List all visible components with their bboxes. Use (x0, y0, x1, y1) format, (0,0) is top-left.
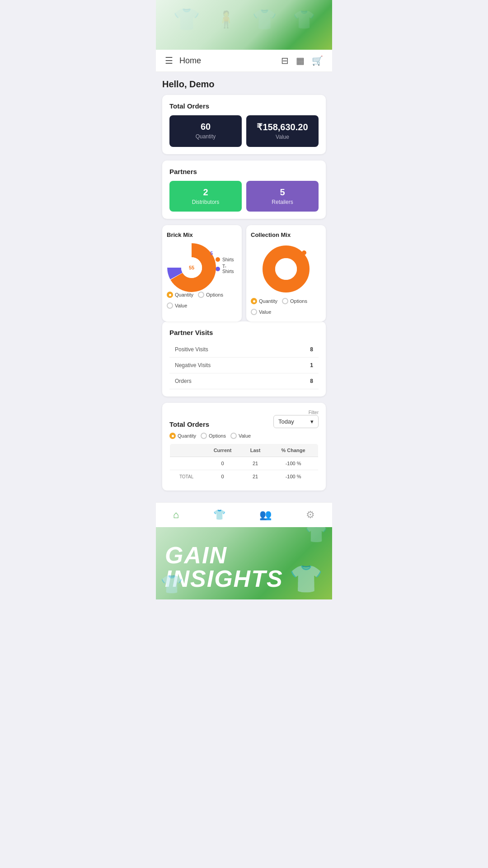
footer-shirt-top-icon: 👕 (305, 527, 328, 544)
distributors-box[interactable]: 2 Distributors (169, 181, 242, 212)
chevron-down-icon: ▾ (310, 418, 314, 425)
orders-options-radio[interactable]: Options (201, 433, 226, 439)
orders-quantity-label: Quantity (178, 433, 196, 439)
positive-visits-label: Positive Visits (169, 342, 284, 358)
footer-shirt-left-icon: 👕 (160, 574, 183, 595)
footer-shirt-right-icon: 👕 (289, 563, 323, 595)
header-shirt-icon-2: 👕 (252, 8, 277, 31)
partner-visits-title: Partner Visits (169, 329, 319, 336)
brick-mix-quantity-circle (167, 292, 173, 298)
main-content: Hello, Demo Total Orders 60 Quantity ₹15… (156, 72, 332, 502)
negative-visits-label: Negative Visits (169, 358, 284, 373)
brick-mix-card: Brick Mix 55 5 (162, 225, 242, 321)
top-header: 👕 🧍 👕 👕 (156, 0, 332, 50)
partners-row: 2 Distributors 5 Retailers (169, 181, 319, 212)
distributors-count: 2 (174, 187, 237, 198)
value-stat-box: ₹158,630.20 Value (246, 115, 319, 147)
shirts-legend: Shirts (216, 257, 237, 262)
brick-mix-options-radio[interactable]: Options (198, 292, 223, 298)
collection-mix-options-label: Options (290, 298, 307, 304)
collection-mix-value-label: Value (259, 309, 271, 315)
brick-mix-quantity-radio[interactable]: Quantity (167, 292, 193, 298)
row-total-label: TOTAL (170, 470, 203, 483)
orders-quantity-circle (169, 433, 176, 439)
page-title: Home (179, 56, 201, 66)
collection-mix-quantity-label: Quantity (259, 298, 277, 304)
brick-mix-donut-svg: 55 (167, 243, 216, 292)
value-label: Value (276, 134, 289, 140)
positive-visits-value: 8 (284, 342, 319, 358)
retailers-label: Retailers (251, 199, 314, 205)
order-value: ₹158,630.20 (251, 122, 314, 132)
orders-options-label: Options (209, 433, 226, 439)
greeting: Hello, Demo (162, 79, 326, 90)
quantity-stat-box: 60 Quantity (169, 115, 242, 147)
bottom-footer: 👕 👕 GAIN INSIGHTS 👕 (156, 527, 332, 599)
retailers-count: 5 (251, 187, 314, 198)
brick-mix-value-label: Value (175, 303, 187, 308)
brick-mix-legend: Shirts T-Shirts (216, 257, 237, 274)
cart-icon[interactable]: 🛒 (312, 55, 323, 66)
retailers-box[interactable]: 5 Retailers (246, 181, 319, 212)
collection-mix-options-radio[interactable]: Options (282, 298, 307, 304)
brick-mix-options-circle (198, 292, 204, 298)
nav-settings[interactable]: ⚙ (306, 509, 315, 521)
nav-partners[interactable]: 👥 (259, 509, 272, 521)
orders-value: 8 (284, 373, 319, 389)
mix-row: Brick Mix 55 5 (162, 225, 326, 321)
bottom-nav: ⌂ 👕 👥 ⚙ (156, 502, 332, 527)
calendar-icon[interactable]: ▦ (296, 55, 305, 66)
brick-mix-quantity-label: Quantity (175, 292, 193, 297)
total-orders-title: Total Orders (169, 102, 319, 110)
table-row-total: TOTAL 0 21 -100 % (170, 470, 319, 483)
filter-select[interactable]: Today ▾ (273, 415, 319, 428)
collection-mix-value-circle (251, 309, 257, 315)
brick-mix-title: Brick Mix (167, 231, 237, 238)
collection-mix-quantity-circle (251, 298, 257, 304)
tshirts-legend: T-Shirts (216, 264, 237, 274)
quantity-value: 60 (174, 122, 237, 132)
col-last: Last (242, 444, 268, 457)
orders-value-label: Value (239, 433, 251, 439)
filter-row: Total Orders Filter Today ▾ (169, 410, 319, 428)
nav-products[interactable]: 👕 (213, 509, 225, 521)
orders-label: Orders (169, 373, 284, 389)
filter-icon[interactable]: ⊟ (281, 55, 289, 66)
partners-icon: 👥 (259, 509, 272, 521)
row-total-last: 21 (242, 470, 268, 483)
filter-tiny-label: Filter (309, 410, 319, 415)
partners-title: Partners (169, 168, 319, 175)
negative-visits-row: Negative Visits 1 (169, 358, 319, 373)
collection-mix-quantity-radio[interactable]: Quantity (251, 298, 277, 304)
row1-last: 21 (242, 457, 268, 470)
collection-mix-radio-options: Quantity Options Value (251, 298, 321, 315)
partners-card: Partners 2 Distributors 5 Retailers (162, 160, 326, 219)
collection-mix-chart-area (251, 243, 321, 294)
filter-value: Today (278, 418, 294, 425)
tshirts-label: T-Shirts (222, 264, 237, 274)
nav-home[interactable]: ⌂ (173, 509, 179, 521)
row-total-current: 0 (203, 470, 242, 483)
shirts-label: Shirts (222, 257, 234, 262)
table-row-1: 0 21 -100 % (170, 457, 319, 470)
col-current: Current (203, 444, 242, 457)
brick-mix-options-label: Options (206, 292, 223, 297)
brick-mix-value-circle (167, 302, 173, 309)
collection-mix-svg (259, 243, 313, 292)
brick-mix-chart-area: 55 5 Shirts T-Shirts (167, 243, 237, 288)
menu-icon[interactable]: ☰ (165, 55, 173, 66)
orders-value-radio[interactable]: Value (230, 433, 251, 439)
settings-icon: ⚙ (306, 509, 315, 521)
row1-current: 0 (203, 457, 242, 470)
header-person-icon: 🧍 (216, 10, 236, 29)
brick-mix-value-radio[interactable]: Value (167, 302, 187, 309)
stats-row: 60 Quantity ₹158,630.20 Value (169, 115, 319, 147)
brick-mix-radio-options: Quantity Options Value (167, 292, 237, 309)
col-empty (170, 444, 203, 457)
orders-quantity-radio[interactable]: Quantity (169, 433, 196, 439)
total-orders-card: Total Orders 60 Quantity ₹158,630.20 Val… (162, 95, 326, 154)
collection-mix-options-circle (282, 298, 288, 304)
svg-point-6 (302, 250, 306, 255)
collection-mix-title: Collection Mix (251, 231, 321, 238)
collection-mix-value-radio[interactable]: Value (251, 309, 271, 315)
